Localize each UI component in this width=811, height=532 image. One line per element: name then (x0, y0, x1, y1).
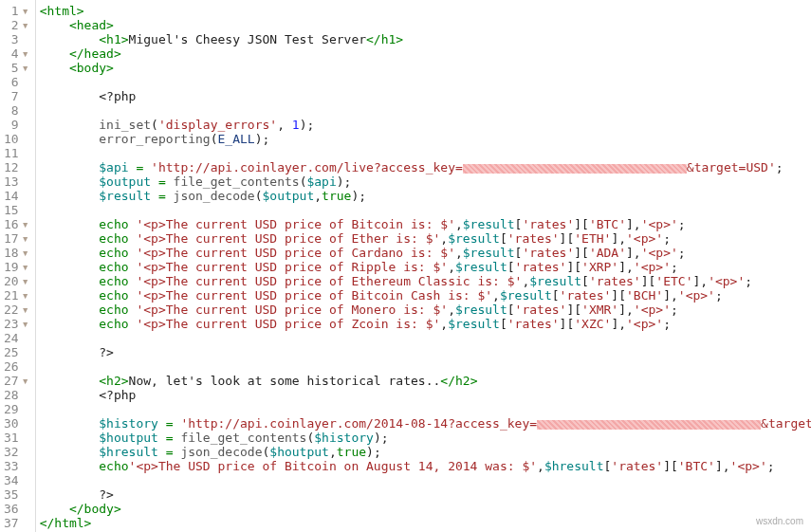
line-number: 32 (4, 445, 29, 459)
line-number: 22▾ (4, 303, 29, 317)
line-number: 8 (4, 103, 29, 118)
line-number: 17▾ (4, 231, 29, 246)
code-line: ini_set('display_errors', 1); (40, 118, 811, 132)
line-number: 37 (4, 516, 29, 530)
code-line: <body> (40, 61, 811, 75)
line-number: 26 (4, 359, 29, 374)
line-number: 6 (4, 75, 29, 89)
line-number: 31 (4, 431, 29, 445)
fold-icon[interactable]: ▾ (22, 231, 29, 246)
line-number: 2▾ (4, 18, 29, 32)
line-number: 34 (4, 473, 29, 487)
code-line (40, 203, 811, 217)
fold-icon[interactable]: ▾ (22, 217, 29, 231)
code-line (40, 473, 811, 487)
code-line: error_reporting(E_ALL); (40, 132, 811, 146)
code-line: <?php (40, 89, 811, 103)
code-line: echo '<p>The current USD price of Monero… (40, 303, 811, 317)
fold-icon[interactable]: ▾ (22, 288, 29, 303)
line-number: 23▾ (4, 317, 29, 331)
line-number: 27▾ (4, 374, 29, 388)
fold-icon[interactable]: ▾ (22, 18, 29, 32)
line-number: 35 (4, 487, 29, 502)
line-number: 11 (4, 146, 29, 160)
code-line: </body> (40, 502, 811, 516)
code-line: echo '<p>The current USD price of Cardan… (40, 246, 811, 260)
code-line: <h2>Now, let's look at some historical r… (40, 374, 811, 388)
code-line: <head> (40, 18, 811, 32)
code-editor[interactable]: 1▾2▾34▾5▾678910111213141516▾17▾18▾19▾20▾… (0, 0, 811, 532)
fold-icon[interactable]: ▾ (22, 46, 29, 61)
code-line: echo '<p>The current USD price of Ethere… (40, 274, 811, 288)
line-number: 12 (4, 160, 29, 174)
line-number: 3 (4, 32, 29, 46)
code-line (40, 331, 811, 345)
fold-icon[interactable]: ▾ (22, 374, 29, 388)
redacted-text (537, 420, 761, 430)
line-number: 10 (4, 132, 29, 146)
code-line: $output = file_get_contents($api); (40, 174, 811, 189)
line-number: 15 (4, 203, 29, 217)
line-number: 16▾ (4, 217, 29, 231)
code-line: $history = 'http://api.coinlayer.com/201… (40, 416, 811, 431)
line-number: 1▾ (4, 4, 29, 18)
fold-icon[interactable]: ▾ (22, 317, 29, 331)
code-area[interactable]: <html> <head> <h1>Miguel's Cheesy JSON T… (36, 0, 811, 532)
code-line (40, 402, 811, 416)
line-number: 36 (4, 502, 29, 516)
line-number: 24 (4, 331, 29, 345)
code-line: $hresult = json_decode($houtput,true); (40, 445, 811, 459)
code-line (40, 75, 811, 89)
fold-icon[interactable]: ▾ (22, 274, 29, 288)
code-line: $result = json_decode($output,true); (40, 189, 811, 203)
line-number: 4▾ (4, 46, 29, 61)
watermark: wsxdn.com (756, 516, 803, 526)
code-line: ?> (40, 345, 811, 359)
code-line: echo '<p>The current USD price of Ether … (40, 231, 811, 246)
fold-icon[interactable]: ▾ (22, 303, 29, 317)
line-number: 28 (4, 388, 29, 402)
code-line: echo '<p>The current USD price of Zcoin … (40, 317, 811, 331)
line-number: 18▾ (4, 246, 29, 260)
code-line: echo '<p>The current USD price of Bitcoi… (40, 217, 811, 231)
code-line: <h1>Miguel's Cheesy JSON Test Server</h1… (40, 32, 811, 46)
line-number: 29 (4, 402, 29, 416)
line-number: 30 (4, 416, 29, 431)
code-line: echo'<p>The USD price of Bitcoin on Augu… (40, 459, 811, 473)
line-number: 14 (4, 189, 29, 203)
code-line: <html> (40, 4, 811, 18)
code-line: echo '<p>The current USD price of Ripple… (40, 260, 811, 274)
line-number: 20▾ (4, 274, 29, 288)
code-line: $api = 'http://api.coinlayer.com/live?ac… (40, 160, 811, 174)
code-line (40, 359, 811, 374)
code-line: </html> (40, 516, 811, 530)
fold-icon[interactable]: ▾ (22, 4, 29, 18)
line-number: 7 (4, 89, 29, 103)
line-number: 33 (4, 459, 29, 473)
line-number: 25 (4, 345, 29, 359)
code-line (40, 103, 811, 118)
line-number: 21▾ (4, 288, 29, 303)
code-line: echo '<p>The current USD price of Bitcoi… (40, 288, 811, 303)
code-line: <?php (40, 388, 811, 402)
line-number: 19▾ (4, 260, 29, 274)
line-number: 9 (4, 118, 29, 132)
line-number: 5▾ (4, 61, 29, 75)
line-number-gutter: 1▾2▾34▾5▾678910111213141516▾17▾18▾19▾20▾… (0, 0, 36, 532)
code-line: $houtput = file_get_contents($history); (40, 431, 811, 445)
code-line (40, 146, 811, 160)
code-line: ?> (40, 487, 811, 502)
redacted-text (463, 164, 687, 174)
line-number: 13 (4, 174, 29, 189)
code-line: </head> (40, 46, 811, 61)
fold-icon[interactable]: ▾ (22, 61, 29, 75)
fold-icon[interactable]: ▾ (22, 246, 29, 260)
fold-icon[interactable]: ▾ (22, 260, 29, 274)
